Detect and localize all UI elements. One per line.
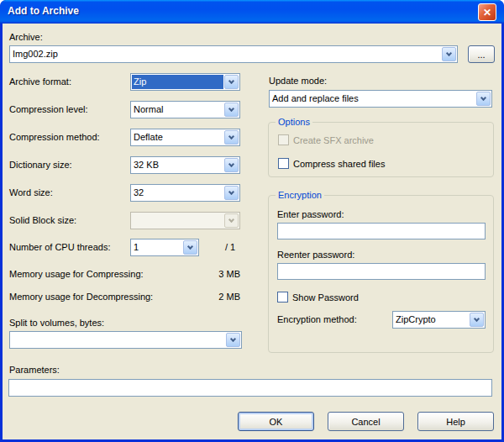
update-mode-value: Add and replace files — [270, 92, 475, 106]
encryption-method-value: ZipCrypto — [394, 313, 469, 327]
archive-format-value: Zip — [132, 75, 223, 89]
chevron-down-icon[interactable] — [224, 103, 239, 117]
chevron-down-icon[interactable] — [224, 130, 239, 145]
show-password-label: Show Password — [292, 292, 359, 303]
compress-shared-checkbox[interactable] — [278, 158, 289, 169]
split-volumes-combobox[interactable] — [9, 331, 242, 349]
help-button[interactable]: Help — [417, 412, 494, 431]
close-button[interactable]: ✕ — [478, 3, 496, 21]
split-volumes-value — [11, 333, 225, 347]
compression-method-select[interactable]: Deflate — [130, 129, 240, 146]
update-mode-label: Update mode: — [269, 76, 327, 87]
chevron-down-icon[interactable] — [183, 240, 197, 255]
enter-password-label: Enter password: — [277, 209, 344, 220]
chevron-glyph — [228, 133, 234, 139]
archive-format-label: Archive format: — [9, 76, 71, 87]
reenter-password-label: Reenter password: — [277, 250, 354, 260]
update-mode-select[interactable]: Add and replace files — [269, 90, 492, 108]
archive-name-value: Img002.zip — [11, 47, 441, 61]
chevron-down-icon[interactable] — [224, 158, 239, 172]
archive-format-select[interactable]: Zip — [130, 73, 240, 91]
memory-compressing-value: 3 MB — [190, 269, 240, 279]
cpu-threads-value: 1 — [132, 240, 182, 255]
compression-level-label: Compression level: — [9, 104, 88, 115]
archive-label: Archive: — [9, 32, 43, 43]
chevron-glyph — [480, 94, 486, 100]
chevron-glyph — [228, 77, 234, 83]
dictionary-size-select[interactable]: 32 KB — [130, 156, 240, 174]
word-size-select[interactable]: 32 — [130, 184, 240, 202]
chevron-glyph — [228, 160, 234, 166]
compress-shared-label: Compress shared files — [293, 159, 385, 170]
memory-compressing-label: Memory usage for Compressing: — [9, 269, 144, 280]
close-icon: ✕ — [483, 8, 491, 18]
split-volumes-label: Split to volumes, bytes: — [9, 318, 104, 329]
ok-button[interactable]: OK — [238, 412, 314, 431]
title-bar[interactable]: Add to Archive ✕ — [0, 0, 504, 24]
solid-block-size-select — [130, 212, 240, 229]
add-to-archive-dialog: Add to Archive ✕ Archive: Img002.zip ...… — [0, 0, 504, 442]
window-title: Add to Archive — [8, 5, 79, 17]
memory-decompressing-label: Memory usage for Decompressing: — [9, 292, 153, 303]
chevron-glyph — [446, 50, 452, 55]
chevron-glyph — [230, 335, 236, 341]
encryption-method-label: Encryption method: — [277, 314, 357, 325]
cancel-button[interactable]: Cancel — [328, 412, 404, 431]
chevron-glyph — [187, 243, 193, 249]
encryption-group-title: Encryption — [276, 190, 324, 201]
reenter-password-input[interactable] — [277, 263, 486, 280]
create-sfx-label: Create SFX archive — [293, 135, 374, 146]
create-sfx-checkbox — [278, 134, 289, 145]
archive-name-combobox[interactable]: Img002.zip — [9, 45, 458, 63]
chevron-glyph — [228, 216, 234, 222]
chevron-down-icon[interactable] — [476, 92, 491, 106]
chevron-down-icon[interactable] — [224, 186, 239, 200]
cpu-threads-max: / 1 — [225, 242, 235, 253]
chevron-down-icon — [224, 213, 239, 228]
cpu-threads-label: Number of CPU threads: — [9, 242, 110, 253]
parameters-label: Parameters: — [9, 365, 60, 376]
chevron-down-icon[interactable] — [224, 75, 239, 89]
encryption-method-select[interactable]: ZipCrypto — [392, 311, 486, 329]
chevron-down-icon[interactable] — [442, 47, 456, 61]
parameters-input[interactable] — [8, 379, 492, 397]
solid-block-size-value — [132, 213, 223, 228]
dictionary-size-value: 32 KB — [132, 158, 223, 172]
word-size-value: 32 — [132, 186, 223, 200]
compression-method-value: Deflate — [132, 130, 223, 145]
chevron-down-icon[interactable] — [470, 313, 484, 327]
compression-method-label: Compression method: — [9, 132, 100, 143]
compression-level-select[interactable]: Normal — [130, 101, 240, 118]
chevron-glyph — [474, 315, 480, 321]
word-size-label: Word size: — [9, 187, 53, 198]
compression-level-value: Normal — [132, 103, 223, 117]
chevron-down-icon[interactable] — [226, 333, 240, 347]
chevron-glyph — [228, 188, 234, 194]
cpu-threads-select[interactable]: 1 — [130, 239, 199, 256]
show-password-checkbox[interactable] — [277, 292, 288, 303]
memory-decompressing-value: 2 MB — [190, 292, 240, 302]
enter-password-input[interactable] — [277, 223, 486, 239]
chevron-glyph — [228, 105, 234, 111]
solid-block-size-label: Solid Block size: — [9, 215, 76, 226]
dictionary-size-label: Dictionary size: — [9, 160, 72, 171]
options-group-title: Options — [276, 117, 312, 128]
browse-button[interactable]: ... — [468, 45, 495, 63]
